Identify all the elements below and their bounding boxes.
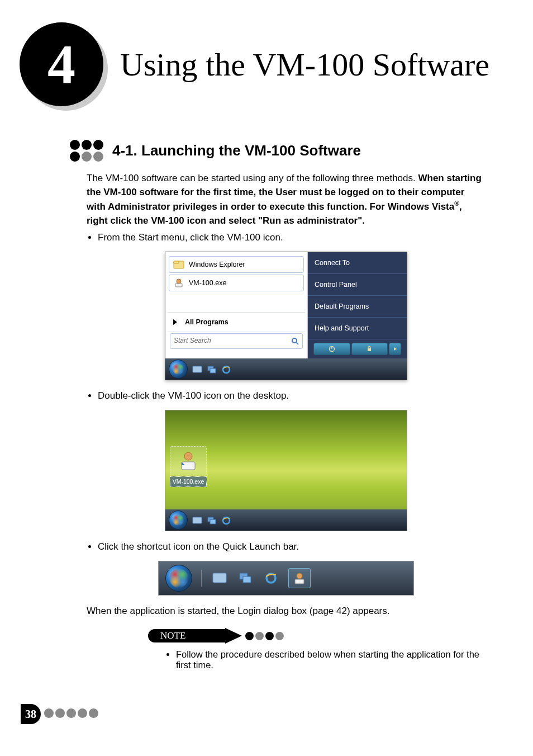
after-paragraph: When the application is started, the Log… <box>87 604 486 618</box>
start-orb-icon[interactable] <box>165 565 192 592</box>
start-menu-item-explorer[interactable]: Windows Explorer <box>169 256 304 273</box>
start-menu-right-item[interactable]: Control Panel <box>308 274 407 296</box>
svg-marker-9 <box>394 347 397 351</box>
svg-rect-10 <box>193 366 202 372</box>
page-footer: 38 <box>20 704 513 724</box>
switch-windows-icon[interactable] <box>207 516 217 525</box>
registered-mark: ® <box>454 200 459 207</box>
bullet-quick-launch: Click the shortcut icon on the Quick Lau… <box>98 540 486 554</box>
note-dots-icon <box>245 632 284 640</box>
search-placeholder: Start Search <box>174 336 211 346</box>
footer-dots-icon <box>44 708 98 718</box>
start-menu-right-pane: Connect To Control Panel Default Program… <box>308 252 407 359</box>
svg-point-25 <box>297 573 302 579</box>
vm100-quick-launch-icon[interactable] <box>288 568 311 588</box>
lock-button[interactable] <box>351 343 388 355</box>
start-menu-left-pane: Windows Explorer VM-100.exe All Programs <box>165 252 308 359</box>
svg-rect-3 <box>175 284 182 287</box>
desktop-icon-label: VM-100.exe <box>170 476 207 487</box>
svg-rect-17 <box>193 517 202 523</box>
quick-launch-screenshot <box>158 561 414 596</box>
start-orb-icon[interactable] <box>169 511 188 530</box>
all-programs-label: All Programs <box>185 317 229 327</box>
show-desktop-icon[interactable] <box>211 571 228 585</box>
internet-explorer-icon[interactable] <box>221 516 231 525</box>
switch-windows-icon[interactable] <box>207 365 217 374</box>
application-icon <box>177 450 199 472</box>
note-label: NOTE <box>148 629 226 642</box>
start-menu-item-label: Windows Explorer <box>189 259 245 270</box>
taskbar <box>165 358 407 380</box>
start-menu-right-item[interactable]: Help and Support <box>308 318 407 339</box>
svg-point-4 <box>292 338 297 343</box>
triangle-right-icon <box>393 347 397 351</box>
svg-line-5 <box>296 342 298 344</box>
application-icon <box>292 572 307 584</box>
svg-rect-1 <box>174 261 179 263</box>
switch-windows-icon[interactable] <box>237 571 254 585</box>
options-arrow-button[interactable] <box>389 343 401 355</box>
search-icon <box>291 337 299 345</box>
chapter-header: 4 Using the VM-100 Software <box>20 22 513 106</box>
svg-rect-19 <box>210 519 216 524</box>
note-block: NOTE Follow the procedure described belo… <box>148 628 486 670</box>
show-desktop-icon[interactable] <box>192 365 202 374</box>
note-tail-icon <box>225 628 242 644</box>
start-menu-screenshot: Windows Explorer VM-100.exe All Programs <box>165 252 407 381</box>
intro-text: The VM-100 software can be started using… <box>87 173 416 183</box>
lock-icon <box>366 346 373 352</box>
svg-rect-26 <box>295 579 304 584</box>
section-title: 4-1. Launching the VM-100 Software <box>112 142 361 159</box>
svg-point-14 <box>184 452 192 460</box>
svg-rect-12 <box>210 368 216 373</box>
svg-rect-21 <box>213 573 226 583</box>
svg-rect-23 <box>243 577 251 583</box>
note-text: Follow the procedure described below whe… <box>176 649 486 670</box>
start-menu-item-vm100[interactable]: VM-100.exe <box>169 275 304 291</box>
internet-explorer-icon[interactable] <box>263 571 279 585</box>
start-menu-right-item[interactable]: Default Programs <box>308 296 407 318</box>
chapter-badge: 4 <box>20 22 103 106</box>
start-menu-right-item[interactable]: Connect To <box>308 252 407 274</box>
bullet-start-menu: From the Start menu, click the VM-100 ic… <box>98 231 486 245</box>
desktop-vm100-icon[interactable]: VM-100.exe <box>170 446 207 487</box>
power-icon <box>329 346 335 352</box>
svg-point-2 <box>177 279 181 284</box>
page-number: 38 <box>21 704 41 724</box>
folder-icon <box>173 259 184 270</box>
taskbar <box>165 509 407 531</box>
section-bullet-icon <box>70 140 103 162</box>
power-button[interactable] <box>313 343 350 355</box>
internet-explorer-icon[interactable] <box>221 365 231 374</box>
triangle-right-icon <box>173 319 177 325</box>
show-desktop-icon[interactable] <box>192 516 202 525</box>
start-orb-icon[interactable] <box>169 360 188 379</box>
svg-rect-8 <box>368 348 371 351</box>
chapter-title: Using the VM-100 Software <box>120 46 489 83</box>
start-search-box[interactable]: Start Search <box>170 333 303 348</box>
start-menu-item-label: VM-100.exe <box>189 278 226 288</box>
desktop-screenshot: VM-100.exe <box>165 410 407 531</box>
all-programs-item[interactable]: All Programs <box>168 313 305 332</box>
svg-rect-15 <box>182 462 195 470</box>
application-icon <box>173 278 184 288</box>
body-text: The VM-100 software can be started using… <box>87 172 486 618</box>
section-header: 4-1. Launching the VM-100 Software <box>70 140 513 162</box>
bullet-desktop: Double-click the VM-100 icon on the desk… <box>98 389 486 403</box>
chapter-number: 4 <box>47 36 75 92</box>
